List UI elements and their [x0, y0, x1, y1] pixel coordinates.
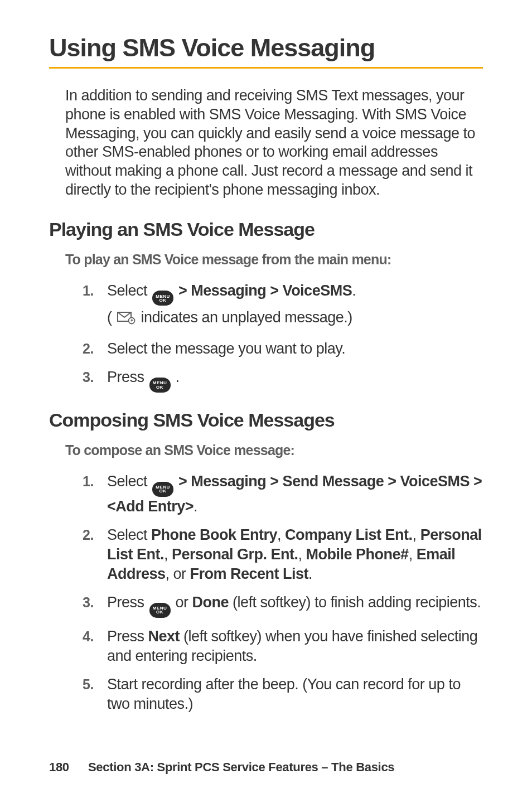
step-number: 2.	[83, 339, 107, 358]
step-text: or	[172, 594, 192, 611]
step-text: .	[352, 282, 356, 299]
step-text: Select	[107, 473, 151, 490]
step-subtext: ( indicates an unplayed message.)	[107, 308, 483, 330]
step-text: Select	[107, 526, 151, 543]
option: Mobile Phone#	[306, 546, 409, 563]
step-text: ,	[164, 546, 172, 563]
step-text: ,	[277, 526, 285, 543]
step-number: 4.	[83, 627, 107, 646]
page-number: 180	[49, 760, 88, 775]
list-item: 3. Press MENUOK or Done (left softkey) t…	[83, 593, 483, 618]
step-text: Press	[107, 628, 148, 645]
softkey-label: Done	[192, 594, 229, 611]
section-composing-subhead: To compose an SMS Voice message:	[65, 442, 483, 458]
list-item: 2. Select Phone Book Entry, Company List…	[83, 525, 483, 584]
step-text: Press	[107, 369, 148, 385]
step-text: .	[308, 565, 312, 582]
section-playing-subhead: To play an SMS Voice message from the ma…	[65, 252, 483, 268]
step-body: Press MENUOK .	[107, 367, 483, 393]
softkey-label: Next	[148, 628, 180, 645]
step-body: Select Phone Book Entry, Company List En…	[107, 525, 483, 584]
section-composing-heading: Composing SMS Voice Messages	[49, 409, 483, 431]
option: Phone Book Entry	[151, 526, 277, 543]
option: Personal Grp. Ent.	[172, 546, 298, 563]
step-text: (	[107, 309, 116, 326]
intro-paragraph: In addition to sending and receiving SMS…	[65, 86, 483, 200]
step-text: Select	[107, 282, 151, 299]
unplayed-message-icon	[117, 311, 136, 330]
list-item: 1. Select MENUOK > Messaging > VoiceSMS.…	[83, 281, 483, 331]
step-text: Press	[107, 594, 148, 611]
step-text: ,	[298, 546, 306, 563]
menu-ok-key-icon: MENUOK	[149, 603, 171, 618]
step-number: 5.	[83, 675, 107, 694]
list-item: 1. Select MENUOK > Messaging > Send Mess…	[83, 472, 483, 516]
page-title: Using SMS Voice Messaging	[49, 33, 483, 62]
step-number: 3.	[83, 367, 107, 386]
option: From Recent List	[190, 565, 309, 582]
list-item: 5. Start recording after the beep. (You …	[83, 675, 483, 714]
step-number: 1.	[83, 472, 107, 491]
step-text: ,	[413, 526, 420, 543]
step-number: 1.	[83, 281, 107, 300]
menu-ok-key-icon: MENUOK	[149, 378, 171, 393]
step-text: ,	[409, 546, 417, 563]
step-text: .	[172, 369, 180, 385]
composing-steps-list: 1. Select MENUOK > Messaging > Send Mess…	[83, 472, 483, 714]
list-item: 2. Select the message you want to play.	[83, 339, 483, 359]
menu-ok-key-icon: MENUOK	[152, 482, 173, 497]
section-playing-heading: Playing an SMS Voice Message	[49, 219, 483, 240]
step-number: 2.	[83, 525, 107, 544]
step-body: Select MENUOK > Messaging > Send Message…	[107, 472, 483, 516]
step-body: Select the message you want to play.	[107, 339, 483, 359]
list-item: 3. Press MENUOK .	[83, 367, 483, 393]
step-body: Press Next (left softkey) when you have …	[107, 627, 483, 666]
list-item: 4. Press Next (left softkey) when you ha…	[83, 627, 483, 666]
menu-path: > Messaging > VoiceSMS	[175, 282, 352, 299]
menu-ok-key-icon: MENUOK	[152, 291, 173, 306]
step-body: Select MENUOK > Messaging > VoiceSMS. ( …	[107, 281, 483, 331]
title-underline	[49, 67, 483, 69]
step-text: .	[194, 498, 197, 515]
step-body: Start recording after the beep. (You can…	[107, 675, 483, 714]
option: Company List Ent.	[285, 526, 413, 543]
section-label: Section 3A: Sprint PCS Service Features …	[88, 760, 394, 774]
step-text: , or	[166, 565, 190, 582]
step-text: (left softkey) to finish adding recipien…	[229, 594, 481, 611]
step-body: Press MENUOK or Done (left softkey) to f…	[107, 593, 483, 618]
step-text: indicates an unplayed message.)	[137, 309, 352, 326]
page-footer: 180Section 3A: Sprint PCS Service Featur…	[49, 760, 394, 775]
playing-steps-list: 1. Select MENUOK > Messaging > VoiceSMS.…	[83, 281, 483, 393]
step-number: 3.	[83, 593, 107, 612]
